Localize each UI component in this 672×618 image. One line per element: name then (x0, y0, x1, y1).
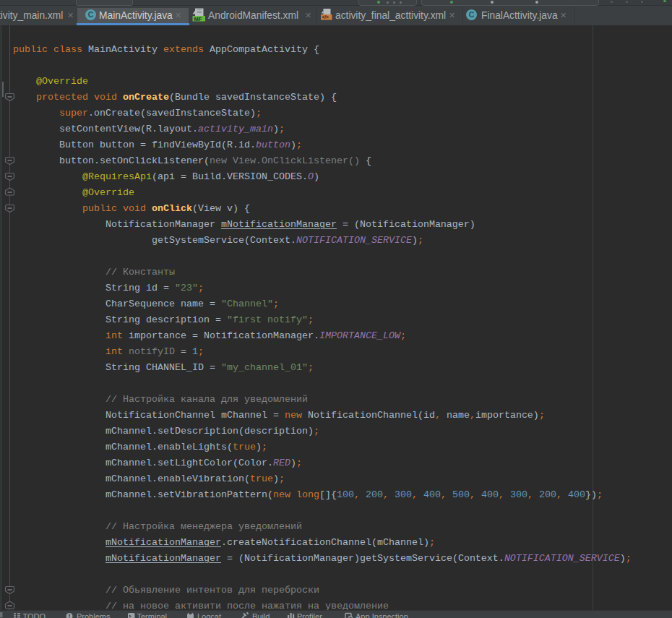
svg-text:</>: </> (322, 14, 329, 20)
svg-text:MF: MF (194, 16, 202, 22)
